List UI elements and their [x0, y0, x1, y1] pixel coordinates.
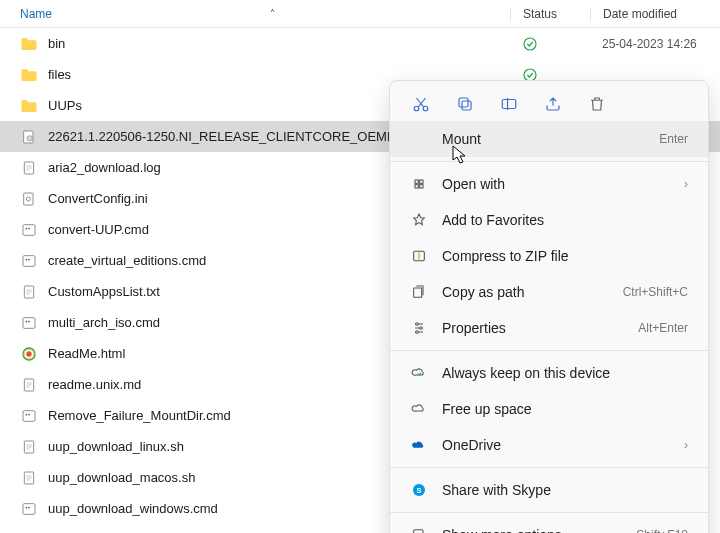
svg-point-28: [28, 506, 30, 508]
column-header: Name˄ Status Date modified: [0, 0, 720, 28]
svg-point-9: [28, 227, 30, 229]
context-item-label: Open with: [442, 176, 684, 192]
svg-rect-34: [415, 180, 418, 183]
context-item-label: Properties: [442, 320, 638, 336]
context-separator: [390, 350, 708, 351]
column-date[interactable]: Date modified: [590, 7, 720, 21]
share-icon[interactable]: [542, 93, 564, 115]
svg-point-18: [26, 351, 31, 356]
svg-rect-35: [420, 180, 423, 183]
context-separator: [390, 512, 708, 513]
context-item-onedrive[interactable]: OneDrive›: [390, 427, 708, 463]
context-item-label: Always keep on this device: [442, 365, 688, 381]
svg-rect-5: [24, 193, 33, 205]
file-icon: [20, 469, 38, 487]
copy-icon[interactable]: [454, 93, 476, 115]
context-menu: MountEnterOpen with›Add to FavoritesComp…: [389, 80, 709, 533]
svg-rect-26: [23, 503, 35, 514]
context-separator: [390, 161, 708, 162]
context-item-label: Mount: [442, 131, 659, 147]
svg-rect-31: [462, 101, 471, 110]
cloudkeep-icon: [410, 364, 428, 382]
folder-icon: [20, 97, 38, 115]
file-icon: [20, 159, 38, 177]
props-icon: [410, 319, 428, 337]
context-item-properties[interactable]: PropertiesAlt+Enter: [390, 310, 708, 346]
file-icon: [20, 252, 38, 270]
file-row[interactable]: bin25-04-2023 14:26: [0, 28, 720, 59]
context-item-accel: Ctrl+Shift+C: [623, 285, 688, 299]
svg-rect-37: [420, 185, 423, 188]
context-item-share-with-skype[interactable]: SShare with Skype: [390, 472, 708, 508]
onedrive-icon: [410, 436, 428, 454]
file-icon: [20, 407, 38, 425]
chevron-right-icon: ›: [684, 438, 688, 452]
sort-indicator: ˄: [270, 8, 275, 19]
delete-icon[interactable]: [586, 93, 608, 115]
svg-rect-7: [23, 224, 35, 235]
svg-rect-10: [23, 255, 35, 266]
file-name: bin: [48, 36, 510, 51]
context-separator: [390, 467, 708, 468]
file-icon: [20, 345, 38, 363]
svg-point-8: [26, 227, 28, 229]
file-icon: [20, 500, 38, 518]
file-status: [510, 36, 590, 52]
context-item-add-to-favorites[interactable]: Add to Favorites: [390, 202, 708, 238]
svg-rect-32: [459, 98, 468, 107]
file-icon: [20, 190, 38, 208]
svg-point-0: [524, 38, 536, 50]
svg-point-42: [416, 331, 419, 334]
mount-icon: [410, 130, 428, 148]
folder-icon: [20, 35, 38, 53]
svg-point-11: [26, 258, 28, 260]
svg-rect-14: [23, 317, 35, 328]
context-item-label: Compress to ZIP file: [442, 248, 688, 264]
context-item-label: Copy as path: [442, 284, 623, 300]
context-item-mount[interactable]: MountEnter: [390, 121, 708, 157]
svg-point-1: [524, 69, 536, 81]
file-date: 25-04-2023 14:26: [590, 37, 720, 51]
svg-point-27: [26, 506, 28, 508]
context-item-label: Show more options: [442, 527, 636, 533]
svg-rect-36: [415, 185, 418, 188]
openwith-icon: [410, 175, 428, 193]
context-item-compress-to-zip-file[interactable]: Compress to ZIP file: [390, 238, 708, 274]
svg-point-29: [414, 106, 419, 111]
cut-icon[interactable]: [410, 93, 432, 115]
svg-point-15: [26, 320, 28, 322]
context-item-accel: Enter: [659, 132, 688, 146]
folder-icon: [20, 66, 38, 84]
context-item-open-with[interactable]: Open with›: [390, 166, 708, 202]
context-item-label: OneDrive: [442, 437, 684, 453]
svg-rect-33: [502, 100, 516, 109]
context-icon-bar: [390, 87, 708, 121]
column-status[interactable]: Status: [510, 7, 590, 21]
context-item-label: Free up space: [442, 401, 688, 417]
svg-rect-39: [414, 288, 422, 297]
column-name[interactable]: Name˄: [20, 7, 510, 21]
file-icon: [20, 128, 38, 146]
context-item-always-keep-on-this-device[interactable]: Always keep on this device: [390, 355, 708, 391]
context-item-show-more-options[interactable]: Show more optionsShift+F10: [390, 517, 708, 533]
zip-icon: [410, 247, 428, 265]
context-item-label: Add to Favorites: [442, 212, 688, 228]
context-item-label: Share with Skype: [442, 482, 688, 498]
context-item-free-up-space[interactable]: Free up space: [390, 391, 708, 427]
svg-point-23: [28, 413, 30, 415]
rename-icon[interactable]: [498, 93, 520, 115]
context-item-accel: Shift+F10: [636, 528, 688, 533]
file-icon: [20, 221, 38, 239]
file-icon: [20, 376, 38, 394]
more-icon: [410, 526, 428, 533]
file-icon: [20, 283, 38, 301]
svg-point-30: [423, 106, 428, 111]
context-item-copy-as-path[interactable]: Copy as pathCtrl+Shift+C: [390, 274, 708, 310]
context-item-accel: Alt+Enter: [638, 321, 688, 335]
svg-point-3: [27, 135, 32, 140]
cloudfree-icon: [410, 400, 428, 418]
svg-text:S: S: [417, 486, 422, 495]
svg-point-41: [420, 327, 423, 330]
chevron-right-icon: ›: [684, 177, 688, 191]
svg-rect-21: [23, 410, 35, 421]
